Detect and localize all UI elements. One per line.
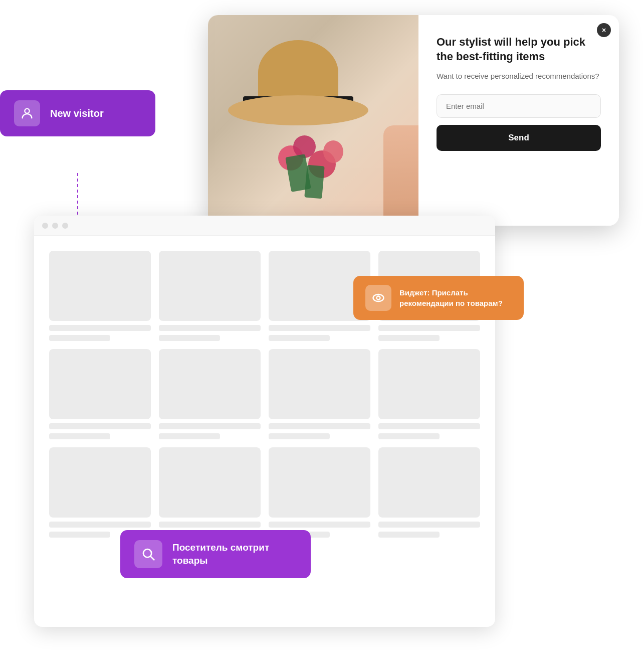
svg-point-6 (373, 294, 384, 301)
product-card-7 (269, 349, 370, 439)
widget-badge: Виджет: Прислать рекомендации по товарам… (353, 276, 524, 320)
svg-line-9 (150, 556, 154, 560)
popup-image (208, 15, 418, 226)
close-button[interactable]: × (597, 23, 611, 37)
send-button[interactable]: Send (437, 125, 601, 151)
new-visitor-badge: New visitor (0, 90, 155, 136)
user-icon (14, 100, 40, 126)
product-card-6 (159, 349, 261, 439)
product-card-1 (49, 251, 151, 341)
popup-form: × Our stylist will help you pick the bes… (418, 15, 619, 226)
product-card-10 (159, 447, 261, 538)
product-card-9 (49, 447, 151, 538)
svg-point-7 (377, 296, 380, 300)
product-card-2 (159, 251, 261, 341)
svg-point-5 (25, 109, 29, 113)
browser-dot-yellow (52, 223, 58, 229)
product-card-11 (269, 447, 370, 538)
popup-card: × Our stylist will help you pick the bes… (208, 15, 619, 226)
email-input[interactable] (437, 94, 601, 118)
visitor-browsing-badge: Посетитель смотрит товары (120, 530, 311, 578)
popup-title: Our stylist will help you pick the best-… (437, 35, 601, 64)
search-icon (134, 540, 162, 568)
product-card-12 (378, 447, 480, 538)
widget-label: Виджет: Прислать рекомендации по товарам… (399, 287, 512, 308)
new-visitor-label: New visitor (50, 108, 104, 119)
hat-decoration (228, 25, 368, 125)
browser-bar (34, 216, 495, 236)
browser-dot-green (62, 223, 68, 229)
browser-dot-red (42, 223, 48, 229)
dress-hint (383, 125, 423, 226)
product-card-8 (378, 349, 480, 439)
scene: New visitor (0, 0, 644, 671)
eye-icon (365, 285, 391, 311)
popup-subtitle: Want to receive personalized recommendat… (437, 71, 601, 82)
visitor-browsing-label: Посетитель смотрит товары (172, 541, 297, 567)
flowers-decoration (278, 125, 368, 206)
product-card-5 (49, 349, 151, 439)
